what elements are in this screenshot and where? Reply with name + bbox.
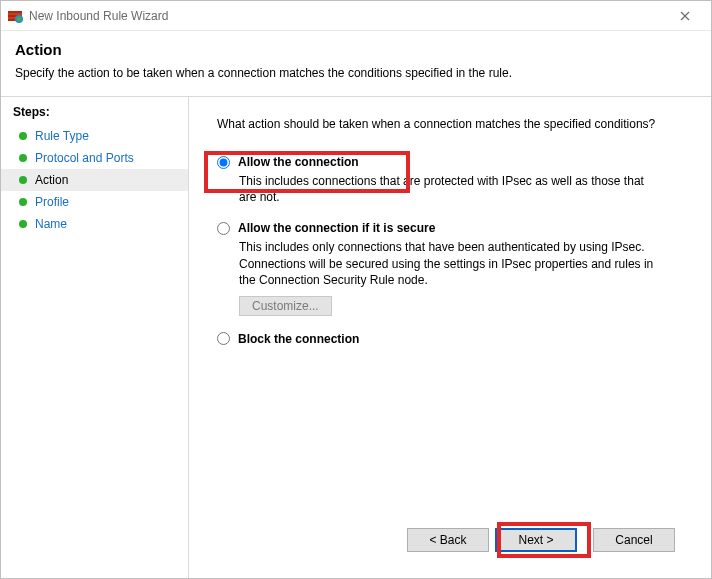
cancel-button[interactable]: Cancel [593, 528, 675, 552]
option-block-title: Block the connection [238, 332, 359, 346]
page-title: Action [15, 41, 697, 58]
option-allow: Allow the connection This includes conne… [217, 155, 689, 205]
radio-allow[interactable] [217, 156, 230, 169]
wizard-footer: < Back Next > Cancel [217, 518, 689, 562]
next-button[interactable]: Next > [495, 528, 577, 552]
option-allow-secure-head[interactable]: Allow the connection if it is secure [217, 221, 689, 235]
page-subtitle: Specify the action to be taken when a co… [15, 66, 697, 80]
option-allow-secure-title: Allow the connection if it is secure [238, 221, 435, 235]
step-name[interactable]: Name [1, 213, 188, 235]
option-allow-desc: This includes connections that are prote… [239, 173, 659, 205]
option-allow-head[interactable]: Allow the connection [217, 155, 689, 169]
steps-sidebar: Steps: Rule Type Protocol and Ports Acti… [1, 97, 189, 578]
step-label: Rule Type [35, 129, 89, 143]
wizard-content: What action should be taken when a conne… [189, 97, 711, 578]
wizard-window: New Inbound Rule Wizard Action Specify t… [0, 0, 712, 579]
bullet-icon [19, 198, 27, 206]
firewall-icon [7, 8, 23, 24]
svg-rect-1 [8, 11, 22, 13]
option-allow-secure: Allow the connection if it is secure Thi… [217, 221, 689, 316]
option-block: Block the connection [217, 332, 689, 346]
titlebar: New Inbound Rule Wizard [1, 1, 711, 31]
wizard-header: Action Specify the action to be taken wh… [1, 31, 711, 96]
step-action[interactable]: Action [1, 169, 188, 191]
radio-allow-secure[interactable] [217, 222, 230, 235]
step-rule-type[interactable]: Rule Type [1, 125, 188, 147]
bullet-icon [19, 176, 27, 184]
option-allow-secure-desc: This includes only connections that have… [239, 239, 659, 288]
close-button[interactable] [665, 2, 705, 30]
bullet-icon [19, 154, 27, 162]
back-button[interactable]: < Back [407, 528, 489, 552]
svg-point-5 [17, 16, 21, 20]
window-title: New Inbound Rule Wizard [29, 9, 665, 23]
step-label: Profile [35, 195, 69, 209]
step-label: Action [35, 173, 68, 187]
step-protocol-ports[interactable]: Protocol and Ports [1, 147, 188, 169]
step-label: Name [35, 217, 67, 231]
step-label: Protocol and Ports [35, 151, 134, 165]
radio-block[interactable] [217, 332, 230, 345]
wizard-body: Steps: Rule Type Protocol and Ports Acti… [1, 97, 711, 578]
content-prompt: What action should be taken when a conne… [217, 117, 689, 131]
option-block-head[interactable]: Block the connection [217, 332, 689, 346]
customize-button: Customize... [239, 296, 332, 316]
steps-heading: Steps: [1, 105, 188, 125]
bullet-icon [19, 220, 27, 228]
option-allow-title: Allow the connection [238, 155, 359, 169]
bullet-icon [19, 132, 27, 140]
step-profile[interactable]: Profile [1, 191, 188, 213]
